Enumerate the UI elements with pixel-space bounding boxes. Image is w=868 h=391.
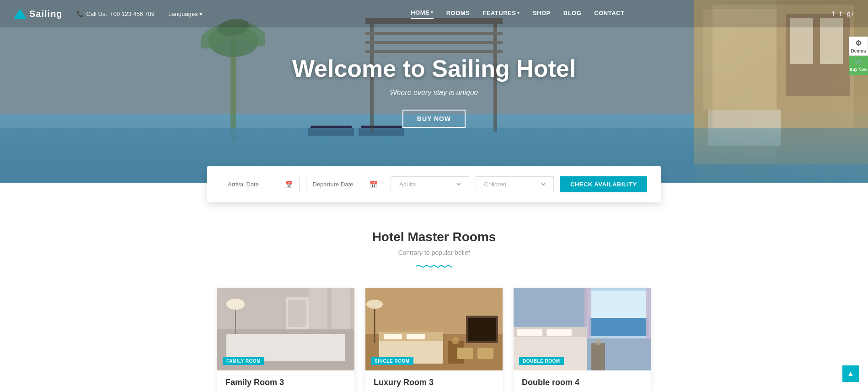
svg-rect-37 [309,288,327,329]
svg-rect-7 [359,128,404,136]
wavy-line-svg [416,263,452,270]
svg-rect-18 [365,50,503,53]
svg-rect-56 [589,291,648,318]
languages-button[interactable]: Languages ▾ [168,11,203,17]
hero-content: Welcome to Sailing Hotel Where every sta… [292,55,576,128]
svg-point-46 [452,337,459,344]
svg-rect-63 [547,329,572,336]
hero-subtitle: Where every stay is unique [292,89,576,97]
svg-rect-10 [0,142,868,143]
buy-now-floating-button[interactable]: 🛒 Buy Now [849,56,868,75]
svg-rect-51 [457,348,473,359]
scroll-up-icon: ▲ [847,370,854,378]
departure-date-input[interactable] [313,181,366,188]
adults-select[interactable]: Adults 1 Adult 2 Adults 3 Adults 4 Adult… [397,180,462,188]
svg-rect-30 [295,334,309,361]
arrival-calendar-icon: 📅 [285,181,293,188]
googleplus-icon[interactable]: g+ [847,10,854,17]
svg-rect-16 [365,32,503,35]
svg-point-50 [366,300,383,309]
room-info-double: Double room 4 Make yourself comfortable … [514,370,651,391]
room-name-family: Family Room 3 [225,378,346,387]
call-label: Call Us. [86,11,107,17]
demos-button[interactable]: ⚙ Demos [849,37,868,56]
hero-section: Welcome to Sailing Hotel Where every sta… [0,0,868,183]
languages-label: Languages [168,11,198,17]
room-info-family: Family Room 3 Make yourself comfortable … [217,370,354,391]
logo-text: Sailing [29,9,63,19]
social-icons: f t g+ [832,10,854,17]
cart-icon: 🛒 [855,59,863,66]
departure-calendar-icon: 📅 [370,181,377,188]
children-select[interactable]: Children 0 Children 1 Child 2 Children 3… [482,180,547,188]
svg-rect-57 [589,318,648,336]
room-card-luxury: SINGLE ROOM Luxury Room 3 Make yourself … [365,288,503,391]
rooms-section-title: Hotel Master Rooms [14,230,854,244]
main-nav: HOME ▾ ROOMS FEATURES ▾ SHOP BLOG CONTAC… [411,9,624,19]
room-badge-family: FAMILY ROOM [223,357,264,365]
arrival-date-input[interactable] [228,181,281,188]
check-availability-button[interactable]: Check Availability [560,176,647,192]
site-header: Sailing 📞 Call Us. +00 123 456 789 Langu… [0,0,868,27]
room-image-family: FAMILY ROOM [217,288,354,370]
svg-point-36 [226,299,245,310]
svg-rect-52 [477,348,493,359]
children-select-wrapper[interactable]: Children 0 Children 1 Child 2 Children 3… [476,176,554,192]
nav-item-features[interactable]: FEATURES ▾ [482,10,520,18]
nav-features-arrow-icon: ▾ [517,11,520,15]
call-number: +00 123 456 789 [110,11,155,17]
facebook-icon[interactable]: f [832,10,834,17]
nav-item-contact[interactable]: CONTACT [594,10,624,18]
departure-date-field[interactable]: 📅 [306,177,385,192]
svg-rect-64 [591,343,605,370]
room-info-luxury: Luxury Room 3 Make yourself comfortable … [365,370,503,391]
wavy-divider [14,263,854,270]
room-card-double: DOUBLE ROOM Double room 4 Make yourself … [514,288,651,391]
call-info: 📞 Call Us. +00 123 456 789 [76,11,155,17]
svg-rect-48 [468,318,496,341]
booking-bar: 📅 📅 Adults 1 Adult 2 Adults 3 Adults 4 A… [207,166,661,202]
nav-item-home[interactable]: HOME ▾ [411,9,434,19]
main-content: Hotel Master Rooms Contrary to popular b… [0,202,868,391]
svg-rect-43 [384,334,402,339]
gear-icon: ⚙ [855,39,862,48]
svg-rect-17 [365,41,503,44]
svg-rect-44 [407,334,425,339]
svg-point-65 [595,339,601,345]
room-name-double: Double room 4 [522,378,643,387]
nav-home-arrow-icon: ▾ [431,10,434,15]
rooms-section-subtitle: Contrary to popular belief [14,249,854,256]
svg-rect-59 [646,288,651,338]
logo-icon [14,9,27,19]
floating-buttons: ⚙ Demos 🛒 Buy Now [849,37,868,75]
nav-item-shop[interactable]: SHOP [533,10,551,18]
svg-rect-62 [517,329,542,336]
room-name-luxury: Luxury Room 3 [374,378,494,387]
room-card-family: FAMILY ROOM Family Room 3 Make yourself … [217,288,354,391]
logo[interactable]: Sailing [14,9,63,19]
rooms-grid: FAMILY ROOM Family Room 3 Make yourself … [14,288,854,391]
header-left: Sailing 📞 Call Us. +00 123 456 789 Langu… [14,9,203,19]
booking-bar-wrapper: 📅 📅 Adults 1 Adult 2 Adults 3 Adults 4 A… [0,166,868,202]
svg-point-32 [269,344,275,349]
room-image-luxury: SINGLE ROOM [365,288,503,370]
phone-icon: 📞 [76,11,84,17]
room-badge-luxury: SINGLE ROOM [371,357,413,365]
svg-rect-34 [288,300,306,327]
scroll-up-button[interactable]: ▲ [842,365,859,382]
hero-title: Welcome to Sailing Hotel [292,55,576,82]
svg-rect-11 [0,155,868,156]
svg-rect-5 [308,128,354,136]
room-image-double: DOUBLE ROOM [514,288,651,370]
room-badge-double: DOUBLE ROOM [519,357,564,365]
nav-item-rooms[interactable]: ROOMS [446,10,470,18]
nav-item-blog[interactable]: BLOG [563,10,582,18]
adults-select-wrapper[interactable]: Adults 1 Adult 2 Adults 3 Adults 4 Adult… [391,176,469,192]
twitter-icon[interactable]: t [840,10,841,17]
hero-cta-button[interactable]: BUY NOW [402,110,466,128]
svg-rect-25 [708,110,781,146]
arrival-date-field[interactable]: 📅 [221,177,300,192]
languages-arrow-icon: ▾ [199,11,203,17]
svg-rect-38 [332,288,350,329]
